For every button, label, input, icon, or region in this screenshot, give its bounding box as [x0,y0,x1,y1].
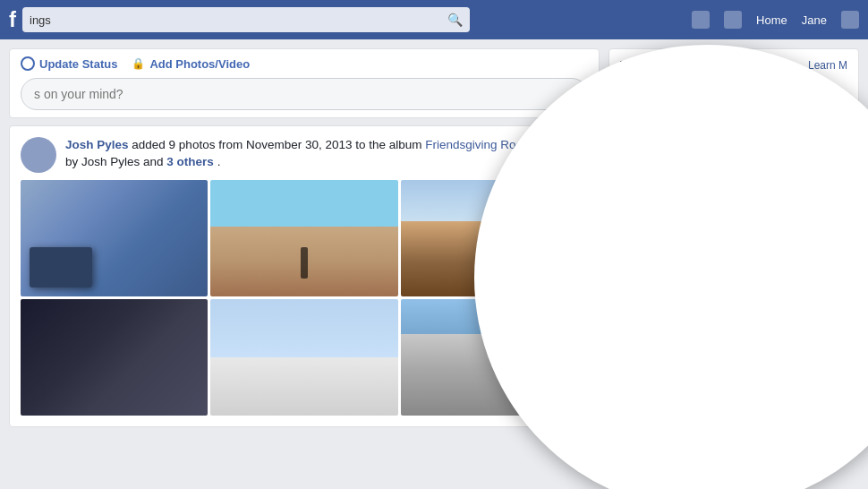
profile-link[interactable]: Jane [802,13,827,27]
home-link[interactable]: Home [756,13,787,27]
photo-cell-5[interactable] [210,299,397,416]
update-status-icon [21,56,35,71]
top-navigation: f 🔍 Home Jane [0,0,868,39]
post-by: by Josh Pyles and [65,155,166,168]
add-photos-label: Add Photos/Video [149,57,250,71]
photo-cell-1[interactable] [21,180,208,296]
update-status-action[interactable]: Update Status [21,56,117,71]
learn-more-link[interactable]: Learn M [808,59,847,72]
add-photos-action[interactable]: 🔒 Add Photos/Video [132,56,250,71]
post-avatar [21,137,56,173]
search-input[interactable] [22,7,470,32]
messages-icon[interactable] [724,11,742,29]
photo-cell-2[interactable] [210,180,397,296]
nav-right-section: Home Jane [692,11,859,29]
photo-cell-4[interactable] [21,299,208,416]
status-actions: Update Status 🔒 Add Photos/Video [21,56,588,71]
status-bar: Update Status 🔒 Add Photos/Video [9,48,600,118]
friends-icon[interactable] [692,11,710,29]
lock-icon[interactable] [841,11,859,29]
post-action: added 9 photos from November 30, 2013 to… [132,138,425,151]
status-input[interactable] [21,78,588,110]
post-others-link[interactable]: 3 others [166,155,214,168]
search-bar[interactable]: 🔍 [22,7,470,32]
lock-icon-small: 🔒 [132,57,145,70]
update-status-label: Update Status [39,57,117,71]
post-username[interactable]: Josh Pyles [65,138,129,151]
search-icon: 🔍 [447,13,463,27]
facebook-logo: f [9,7,15,32]
post-period: . [217,155,221,168]
